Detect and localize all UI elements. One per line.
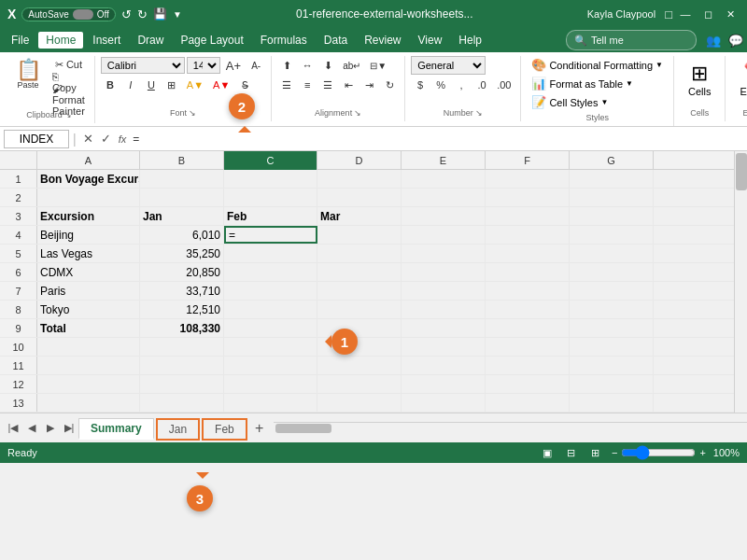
cell-e11[interactable] bbox=[402, 357, 486, 374]
cell-b4[interactable]: 6,010 bbox=[140, 226, 224, 244]
normal-view-btn[interactable]: ▣ bbox=[539, 444, 556, 461]
row-num-8[interactable]: 8 bbox=[0, 301, 37, 318]
h-scroll-thumb[interactable] bbox=[275, 424, 331, 433]
cell-c6[interactable] bbox=[224, 263, 317, 281]
menu-page-layout[interactable]: Page Layout bbox=[173, 32, 250, 49]
customize-btn[interactable]: ▼ bbox=[173, 9, 182, 20]
menu-view[interactable]: View bbox=[411, 32, 450, 49]
redo-btn[interactable]: ↻ bbox=[137, 7, 148, 21]
cell-a7[interactable]: Paris bbox=[37, 282, 140, 300]
cell-b10[interactable] bbox=[140, 338, 224, 356]
zoom-slider[interactable]: − + bbox=[612, 445, 706, 460]
cell-c10[interactable] bbox=[224, 338, 317, 356]
row-num-4[interactable]: 4 bbox=[0, 226, 37, 244]
cell-c13[interactable] bbox=[224, 394, 317, 412]
col-header-d[interactable]: D bbox=[317, 151, 402, 170]
cell-d12[interactable] bbox=[317, 375, 402, 393]
confirm-formula-btn[interactable]: ✓ bbox=[98, 132, 114, 146]
cell-a9[interactable]: Total bbox=[37, 319, 140, 337]
cell-a5[interactable]: Las Vegas bbox=[37, 245, 140, 262]
menu-home[interactable]: Home bbox=[38, 32, 83, 49]
cell-c7[interactable] bbox=[224, 282, 317, 300]
cell-d3[interactable]: Mar bbox=[317, 207, 402, 225]
cell-f13[interactable] bbox=[486, 394, 570, 412]
cell-b13[interactable] bbox=[140, 394, 224, 412]
cell-b6[interactable]: 20,850 bbox=[140, 263, 224, 281]
row-num-9[interactable]: 9 bbox=[0, 319, 37, 337]
strikethrough-btn[interactable]: S̶ bbox=[235, 77, 254, 93]
align-bottom-btn[interactable]: ⬇ bbox=[318, 57, 337, 74]
sheet-nav-first[interactable]: |◀ bbox=[4, 419, 22, 438]
close-btn[interactable]: ✕ bbox=[721, 5, 740, 23]
cell-a4[interactable]: Beijing bbox=[37, 226, 140, 244]
cell-b5[interactable]: 35,250 bbox=[140, 245, 224, 262]
border-btn[interactable]: ⊞ bbox=[162, 77, 181, 93]
cell-f11[interactable] bbox=[486, 357, 570, 374]
number-expand-icon[interactable]: ↘ bbox=[475, 108, 483, 118]
conditional-formatting-btn[interactable]: 🎨 Conditional Formatting ▼ bbox=[527, 56, 668, 74]
cell-g2[interactable] bbox=[570, 189, 654, 206]
col-header-b[interactable]: B bbox=[140, 151, 224, 170]
sheet-add-btn[interactable]: + bbox=[249, 418, 270, 439]
row-num-10[interactable]: 10 bbox=[0, 338, 37, 356]
row-num-1[interactable]: 1 bbox=[0, 170, 37, 188]
cell-f8[interactable] bbox=[486, 301, 570, 318]
increase-indent-btn[interactable]: ⇥ bbox=[359, 77, 378, 93]
cell-d5[interactable] bbox=[317, 245, 402, 262]
align-left-btn[interactable]: ☰ bbox=[277, 77, 296, 93]
clipboard-expand-icon[interactable]: ↘ bbox=[64, 110, 72, 119]
insert-function-btn[interactable]: fx bbox=[116, 133, 130, 145]
decrease-font-btn[interactable]: A- bbox=[247, 57, 265, 74]
paste-btn[interactable]: 📋 Paste bbox=[11, 58, 45, 91]
cell-e3[interactable] bbox=[402, 207, 486, 225]
comments-btn[interactable]: 💬 bbox=[728, 34, 743, 48]
sheet-nav-last[interactable]: ▶| bbox=[60, 419, 78, 438]
row-num-11[interactable]: 11 bbox=[0, 357, 37, 374]
cell-g1[interactable] bbox=[570, 170, 654, 188]
cell-a8[interactable]: Tokyo bbox=[37, 301, 140, 318]
page-break-view-btn[interactable]: ⊞ bbox=[587, 444, 604, 461]
cell-a10[interactable] bbox=[37, 338, 140, 356]
format-painter-btn[interactable]: 🖌 Format Painter bbox=[49, 91, 89, 108]
col-header-a[interactable]: A bbox=[37, 151, 140, 170]
cell-a6[interactable]: CDMX bbox=[37, 263, 140, 281]
cell-b3[interactable]: Jan bbox=[140, 207, 224, 225]
cell-f9[interactable] bbox=[486, 319, 570, 337]
cell-d8[interactable] bbox=[317, 301, 402, 318]
decrease-indent-btn[interactable]: ⇤ bbox=[339, 77, 358, 93]
cell-e2[interactable] bbox=[402, 189, 486, 206]
cell-g13[interactable] bbox=[570, 394, 654, 412]
align-top-btn[interactable]: ⬆ bbox=[277, 57, 296, 74]
font-expand-icon[interactable]: ↘ bbox=[189, 108, 196, 118]
cell-f2[interactable] bbox=[486, 189, 570, 206]
cell-b12[interactable] bbox=[140, 375, 224, 393]
cell-c9[interactable] bbox=[224, 319, 317, 337]
cell-b9[interactable]: 108,330 bbox=[140, 319, 224, 337]
italic-btn[interactable]: I bbox=[121, 77, 140, 93]
sheet-tab-jan[interactable]: Jan bbox=[156, 418, 200, 441]
ribbon-display-btn[interactable]: □ bbox=[665, 7, 672, 21]
cell-f1[interactable] bbox=[486, 170, 570, 188]
cell-e5[interactable] bbox=[402, 245, 486, 262]
col-header-g[interactable]: G bbox=[570, 151, 654, 170]
sheet-tab-summary[interactable]: Summary bbox=[78, 418, 154, 440]
zoom-out-btn[interactable]: − bbox=[612, 447, 617, 458]
cell-c2[interactable] bbox=[224, 189, 317, 206]
zoom-range[interactable] bbox=[621, 445, 696, 460]
sheet-tab-feb[interactable]: Feb bbox=[202, 418, 247, 441]
cell-f7[interactable] bbox=[486, 282, 570, 300]
cell-e7[interactable] bbox=[402, 282, 486, 300]
cell-g9[interactable] bbox=[570, 319, 654, 337]
menu-review[interactable]: Review bbox=[357, 32, 408, 49]
format-as-table-btn[interactable]: 📊 Format as Table ▼ bbox=[527, 75, 668, 92]
font-size-select[interactable]: 14 bbox=[187, 57, 220, 74]
row-num-6[interactable]: 6 bbox=[0, 263, 37, 281]
cell-a3[interactable]: Excursion bbox=[37, 207, 140, 225]
cancel-formula-btn[interactable]: ✕ bbox=[80, 132, 96, 146]
cell-a1[interactable]: Bon Voyage Excursions bbox=[37, 170, 140, 188]
horizontal-scrollbar[interactable] bbox=[274, 422, 747, 435]
cell-e6[interactable] bbox=[402, 263, 486, 281]
menu-help[interactable]: Help bbox=[451, 32, 489, 49]
cell-e1[interactable] bbox=[402, 170, 486, 188]
cell-a13[interactable] bbox=[37, 394, 140, 412]
